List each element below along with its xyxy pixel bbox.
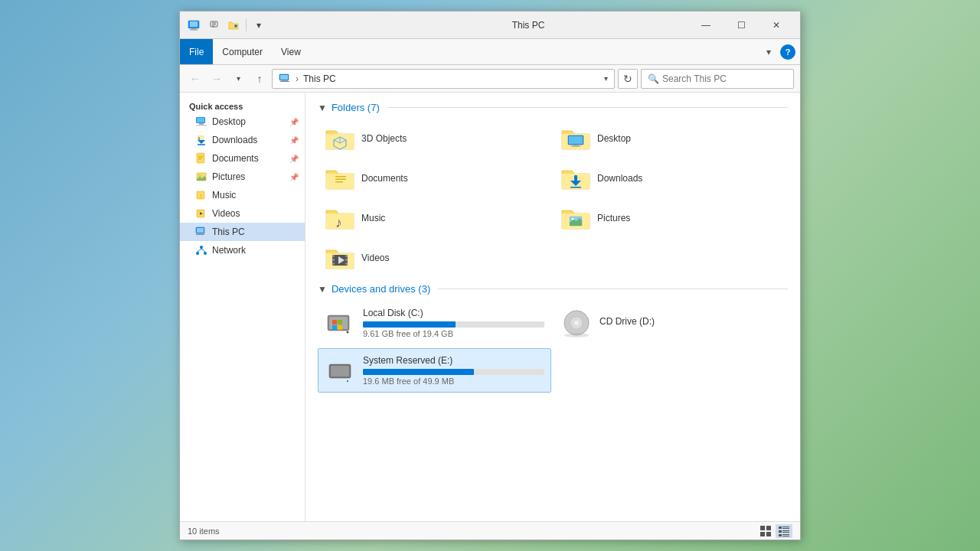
details-view-btn[interactable] [776, 524, 792, 538]
sidebar-item-desktop[interactable]: Desktop 📌 [180, 112, 305, 131]
sidebar-item-videos[interactable]: Videos [180, 204, 305, 223]
svg-rect-44 [569, 136, 583, 144]
tab-view[interactable]: View [272, 39, 310, 64]
window-controls: — ☐ ✕ [688, 11, 794, 39]
address-dropdown-btn[interactable]: ▾ [604, 74, 608, 83]
drive-item-c[interactable]: Local Disk (C:) 9.61 GB free of 19.4 GB [318, 301, 551, 345]
back-button[interactable]: ← [186, 70, 204, 88]
help-button[interactable]: ? [780, 44, 795, 60]
close-button[interactable]: ✕ [759, 11, 794, 39]
drives-grid: Local Disk (C:) 9.61 GB free of 19.4 GB [318, 301, 788, 393]
folder-item-documents[interactable]: Documents [318, 159, 552, 197]
qat-properties-btn[interactable] [207, 18, 223, 33]
sidebar-item-music[interactable]: ♪ Music [180, 186, 305, 204]
drives-divider [438, 289, 788, 289]
folder-item-desktop[interactable]: Desktop [554, 119, 788, 158]
qat-dropdown-btn[interactable]: ▾ [251, 18, 266, 33]
svg-rect-52 [570, 187, 581, 188]
qat-new-folder-btn[interactable] [226, 18, 241, 33]
svg-point-77 [347, 380, 348, 382]
drive-item-e[interactable]: System Reserved (E:) 19.6 MB free of 49.… [318, 348, 551, 393]
svg-rect-81 [766, 532, 771, 536]
folder-downloads-icon [560, 165, 591, 192]
svg-rect-89 [782, 534, 789, 535]
svg-point-34 [200, 246, 203, 249]
svg-rect-3 [190, 29, 198, 30]
ribbon-expand-btn[interactable]: ▾ [760, 44, 777, 60]
up-button[interactable]: ↑ [250, 70, 269, 88]
svg-rect-84 [782, 528, 789, 529]
folders-grid: 3D Objects [318, 119, 788, 277]
svg-rect-47 [335, 176, 346, 178]
svg-text:♪: ♪ [199, 192, 202, 199]
svg-rect-86 [782, 530, 789, 531]
drive-item-d[interactable]: CD Drive (D:) [554, 301, 788, 345]
address-bar: ← → ▾ ↑ › This PC ▾ ↻ 🔍 [180, 65, 800, 93]
sidebar-item-network[interactable]: Network [180, 241, 305, 259]
sidebar-item-downloads[interactable]: Downloads 📌 [180, 131, 305, 149]
folder-item-3d-objects[interactable]: 3D Objects [318, 119, 552, 158]
tab-file[interactable]: File [180, 39, 213, 64]
qat-separator [246, 19, 247, 31]
folder-documents-label: Documents [361, 173, 408, 184]
documents-icon [195, 152, 207, 165]
drive-e-capacity: 19.6 MB free of 49.9 MB [363, 377, 544, 386]
search-box[interactable]: 🔍 [641, 69, 794, 89]
folder-3d-icon [325, 125, 355, 152]
large-icons-view-btn[interactable] [757, 524, 774, 538]
svg-rect-59 [332, 262, 335, 265]
sidebar-item-documents[interactable]: Documents 📌 [180, 149, 305, 168]
svg-rect-45 [573, 145, 578, 146]
search-input[interactable] [662, 73, 787, 84]
address-input[interactable]: › This PC ▾ [272, 69, 615, 89]
svg-point-36 [204, 252, 207, 255]
status-bar: 10 items [180, 521, 800, 540]
svg-rect-50 [574, 175, 577, 181]
svg-rect-68 [338, 320, 342, 324]
svg-rect-19 [198, 135, 204, 140]
svg-rect-82 [779, 527, 782, 529]
folder-downloads-label: Downloads [597, 173, 642, 184]
recent-locations-button[interactable]: ▾ [229, 70, 247, 88]
svg-rect-79 [766, 526, 771, 530]
sidebar-documents-label: Documents [212, 153, 259, 164]
svg-rect-16 [196, 125, 207, 126]
svg-rect-61 [345, 259, 348, 261]
svg-rect-17 [199, 123, 204, 125]
maximize-button[interactable]: ☐ [724, 11, 759, 39]
sidebar-item-this-pc[interactable]: This PC [180, 223, 305, 241]
explorer-window: ▾ This PC — ☐ ✕ File Computer View ▾ ? ←… [179, 11, 801, 540]
svg-point-66 [347, 331, 349, 334]
title-bar: ▾ This PC — ☐ ✕ [180, 11, 800, 39]
drive-c-fill [363, 321, 456, 328]
folders-chevron[interactable]: ▼ [318, 103, 327, 113]
sidebar-desktop-label: Desktop [212, 116, 246, 127]
folder-item-downloads[interactable]: Downloads [554, 159, 788, 197]
refresh-button[interactable]: ↻ [618, 69, 638, 89]
status-item-count: 10 items [188, 527, 220, 536]
sidebar-this-pc-label: This PC [212, 227, 245, 237]
sidebar-videos-label: Videos [212, 208, 240, 219]
drive-e-fill [363, 369, 474, 375]
drive-e-info: System Reserved (E:) 19.6 MB free of 49.… [363, 355, 544, 386]
sidebar-pictures-label: Pictures [212, 171, 245, 182]
svg-line-37 [198, 249, 201, 252]
drive-d-name: CD Drive (D:) [599, 316, 781, 327]
folder-item-music[interactable]: ♪ Music [318, 199, 552, 237]
quick-access-label[interactable]: Quick access [180, 99, 305, 112]
drive-c-info: Local Disk (C:) 9.61 GB free of 19.4 GB [363, 308, 544, 338]
minimize-button[interactable]: — [688, 11, 724, 39]
folder-item-videos[interactable]: Videos [318, 239, 552, 277]
tab-computer[interactable]: Computer [213, 39, 272, 64]
svg-point-73 [574, 321, 579, 325]
svg-rect-80 [760, 532, 765, 536]
svg-rect-15 [197, 118, 204, 122]
sidebar-item-pictures[interactable]: Pictures 📌 [180, 168, 305, 186]
svg-rect-83 [782, 527, 789, 527]
svg-rect-57 [332, 255, 335, 257]
folder-item-pictures[interactable]: Pictures [554, 199, 788, 237]
forward-button[interactable]: → [207, 70, 226, 88]
folder-music-icon: ♪ [325, 204, 355, 232]
drives-chevron[interactable]: ▼ [318, 284, 327, 295]
window-icon [186, 18, 201, 33]
